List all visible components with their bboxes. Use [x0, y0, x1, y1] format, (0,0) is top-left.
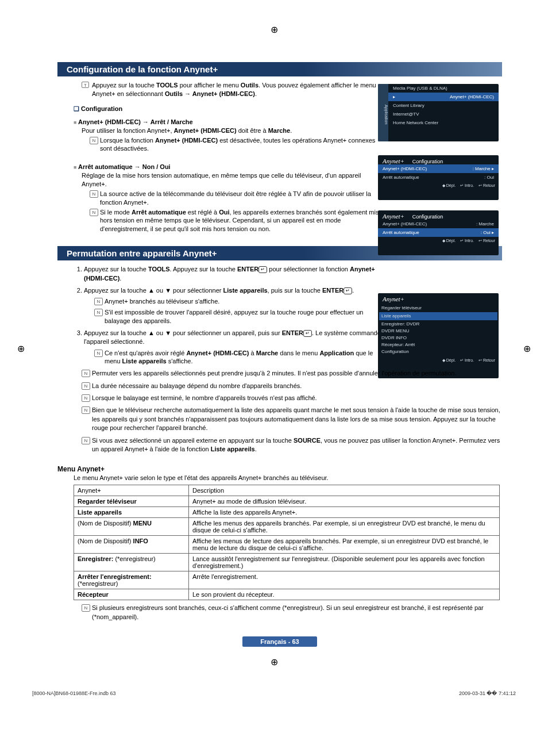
- menu-intro: Le menu Anynet+ varie selon le type et l…: [74, 474, 502, 481]
- cell-label: Arrêter l'enregistrement:(*enregistreur): [74, 571, 189, 589]
- cell-label: (Nom de Dispositif) MENU: [74, 518, 189, 536]
- table-row: Récepteur Le son provient du récepteur.: [74, 589, 500, 600]
- enter-icon: ↵: [258, 266, 267, 273]
- page-content: Application Media Play (USB & DLNA) ▸ An…: [0, 0, 548, 670]
- cell-label: Enregistrer: (*enregistreur): [74, 554, 189, 571]
- osd-brand: Anynet+: [378, 293, 499, 302]
- note-text: S'il est impossible de trouver l'apparei…: [94, 308, 387, 325]
- table-row: (Nom de Dispositif) MENU Affiche les men…: [74, 518, 500, 536]
- osd-brand: Anynet+: [383, 158, 404, 164]
- menu-heading: Menu Anynet+: [57, 465, 502, 473]
- footer-filename: [8000-NA]BN68-01988E-Fre.indb 63: [32, 690, 116, 696]
- osd-item: DVDR MENU: [381, 328, 495, 335]
- osd-row-selected: Arrêt automatique: Oui ▸: [378, 228, 499, 237]
- table-row: Arrêter l'enregistrement:(*enregistreur)…: [74, 571, 500, 589]
- cell-label: (Nom de Dispositif) INFO: [74, 536, 189, 554]
- osd-config-2: Anynet+ Configuration Anynet+ (HDMI-CEC)…: [378, 210, 499, 255]
- osd-item: Récepteur: Arrêt: [381, 341, 495, 348]
- osd-footer: ◆ Dépl.↵ Intro.↩ Retour: [378, 237, 499, 245]
- table-header: Anynet+: [74, 485, 189, 496]
- step-item: Appuyez sur la touche ▲ ou ▼ pour sélect…: [84, 329, 387, 366]
- cell-desc: Le son provient du récepteur.: [189, 589, 500, 600]
- osd-item: Home Network Center: [388, 118, 499, 127]
- osd-brand: Anynet+: [383, 213, 404, 220]
- table-header-row: Anynet+ Description: [74, 485, 500, 496]
- osd-item: Configuration: [381, 348, 495, 355]
- enter-icon: ↵: [303, 330, 312, 337]
- note-text: Bien que le téléviseur recherche automat…: [82, 406, 502, 432]
- osd-row-selected: Anynet+ (HDMI-CEC): Marche ▸: [378, 164, 499, 173]
- crop-mark-icon: ⊕: [523, 343, 531, 354]
- osd-item-selected: Liste appareils: [379, 312, 497, 320]
- page-number-label: Français - 63: [242, 636, 317, 647]
- step-item: Appuyez sur la touche ▲ ou ▼ pour sélect…: [84, 286, 387, 325]
- table-row: Enregistrer: (*enregistreur) Lance aussi…: [74, 554, 500, 571]
- osd-item: Internet@TV: [388, 110, 499, 118]
- osd-device-list: Anynet+ Regarder téléviseur Liste appare…: [378, 293, 499, 378]
- table-row: (Nom de Dispositif) INFO Affiche les men…: [74, 536, 500, 554]
- note-text: Si plusieurs enregistreurs sont branchés…: [82, 604, 502, 621]
- osd-subtitle: Configuration: [412, 214, 443, 220]
- step-list: Appuyez sur la touche TOOLS. Appuyez sur…: [74, 265, 387, 366]
- cell-desc: Arrête l'enregistrement.: [189, 571, 500, 589]
- cell-label: Récepteur: [78, 591, 109, 598]
- osd-item-selected: ▸ Anynet+ (HDMI-CEC): [388, 93, 499, 101]
- osd-subtitle: Configuration: [412, 159, 443, 164]
- osd-config-1: Anynet+ Configuration Anynet+ (HDMI-CEC)…: [378, 155, 499, 200]
- step-item: Appuyez sur la touche TOOLS. Appuyez sur…: [84, 265, 387, 283]
- crop-mark-icon: ⊕: [271, 657, 278, 667]
- table-row: Regarder téléviseur Anynet+ au mode de d…: [74, 496, 500, 507]
- enter-icon: ↵: [344, 287, 352, 294]
- note-text: La durée nécessaire au balayage dépend d…: [82, 382, 502, 390]
- note-text: Ce n'est qu'après avoir réglé Anynet+ (H…: [94, 349, 387, 366]
- osd-application-menu: Application Media Play (USB & DLNA) ▸ An…: [378, 84, 499, 141]
- osd-row: Arrêt automatique: Oui: [378, 173, 499, 182]
- body-text: Réglage de la mise hors tension automati…: [82, 171, 380, 189]
- osd-footer: ◆ Dépl.↵ Intro.↩ Retour: [378, 356, 499, 364]
- osd-item: Regarder téléviseur: [381, 305, 495, 312]
- crop-mark-icon: ⊕: [17, 343, 25, 354]
- cell-desc: Lance aussitôt l'enregistrement sur l'en…: [189, 554, 500, 571]
- body-text: Pour utiliser la fonction Anynet+, Anyne…: [82, 126, 380, 135]
- osd-footer: ◆ Dépl.↵ Intro.↩ Retour: [378, 182, 499, 190]
- tools-icon: T: [82, 82, 89, 88]
- cell-desc: Affiche les menus de lecture des apparei…: [189, 536, 500, 554]
- print-footer: [8000-NA]BN68-01988E-Fre.indb 63 2009-03…: [32, 690, 516, 696]
- crop-mark-icon: ⊕: [271, 24, 278, 35]
- osd-item: Content Library: [388, 101, 499, 110]
- table-header: Description: [189, 485, 500, 496]
- note-text: Lorsque la fonction Anynet+ (HDMI-CEC) e…: [90, 136, 383, 153]
- note-text: Lorsque le balayage est terminé, le nomb…: [82, 394, 502, 402]
- note-text: La source active de la télécommande du t…: [90, 190, 383, 207]
- note-text: Si vous avez sélectionné un appareil ext…: [82, 436, 502, 454]
- note-text: Anynet+ branchés au téléviseur s'affiche…: [94, 297, 387, 306]
- table-row: Liste appareils Affiche la liste des app…: [74, 507, 500, 518]
- footer-timestamp: 2009-03-31 �� 7:41:12: [459, 690, 516, 696]
- body-text: Appuyez sur la touche TOOLS pour affiche…: [92, 82, 376, 97]
- note-text: Si le mode Arrêt automatique est réglé à…: [90, 208, 383, 234]
- osd-item: Media Play (USB & DLNA): [388, 84, 499, 93]
- cell-desc: Anynet+ au mode de diffusion téléviseur.: [189, 496, 500, 507]
- cell-label: Liste appareils: [78, 509, 122, 516]
- osd-row: Anynet+ (HDMI-CEC): Marche: [378, 220, 499, 228]
- note-text: Permuter vers les appareils sélectionnés…: [82, 369, 502, 378]
- osd-item: Enregistrer: DVDR: [381, 321, 495, 328]
- anynet-menu-table: Anynet+ Description Regarder téléviseur …: [74, 485, 500, 600]
- osd-item: DVDR INFO: [381, 335, 495, 341]
- cell-label: Regarder téléviseur: [78, 498, 137, 505]
- section-heading-config: Configuration de la fonction Anynet+: [57, 62, 502, 76]
- cell-desc: Affiche les menus des appareils branchés…: [189, 518, 500, 536]
- cell-desc: Affiche la liste des appareils Anynet+.: [189, 507, 500, 518]
